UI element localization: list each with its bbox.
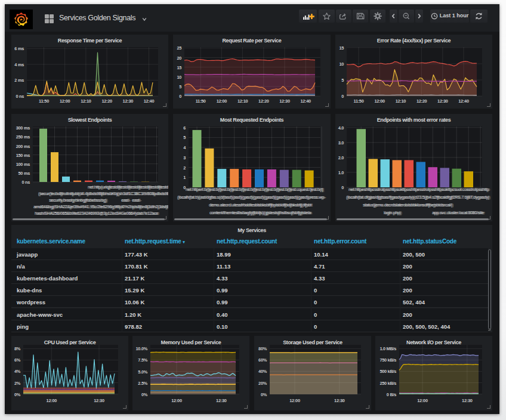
svg-text:12:30: 12:30: [437, 98, 448, 104]
svg-text:6: 6: [183, 125, 186, 131]
svg-text:10: 10: [177, 75, 181, 80]
svg-text:12:30: 12:30: [216, 398, 227, 403]
svg-text:60%: 60%: [258, 357, 267, 363]
svg-text:4: 4: [183, 145, 186, 150]
svg-text:12:20: 12:20: [258, 98, 269, 104]
svg-text:12:20: 12:20: [101, 98, 112, 104]
svg-text:300 ms: 300 ms: [16, 125, 30, 131]
svg-text:5: 5: [179, 84, 181, 89]
svg-text:5: 5: [183, 135, 186, 140]
svg-text:12:20: 12:20: [416, 98, 427, 104]
svg-text:15: 15: [339, 45, 344, 51]
svg-text:12:10: 12:10: [81, 98, 91, 104]
svg-text:150 ms: 150 ms: [16, 153, 30, 158]
svg-text:20%: 20%: [258, 381, 267, 386]
svg-text:12:00: 12:00: [289, 398, 300, 403]
svg-text:12:00: 12:00: [417, 398, 428, 403]
svg-text:0: 0: [179, 94, 181, 99]
svg-text:4%: 4%: [14, 369, 21, 374]
svg-text:250 ms: 250 ms: [16, 134, 30, 140]
svg-text:10.0%: 10.0%: [136, 346, 148, 351]
svg-text:0%: 0%: [14, 392, 21, 397]
svg-text:20: 20: [177, 55, 181, 61]
svg-text:4.0: 4.0: [338, 125, 344, 131]
svg-text:50 ms: 50 ms: [18, 171, 30, 176]
svg-text:12:00: 12:00: [47, 398, 57, 403]
svg-text:1.0: 1.0: [338, 170, 344, 175]
svg-text:0 ns: 0 ns: [21, 180, 30, 185]
svg-text:2: 2: [183, 165, 186, 171]
svg-text:0 B/s: 0 B/s: [387, 392, 396, 397]
svg-text:40%: 40%: [258, 369, 267, 374]
svg-text:15: 15: [177, 65, 181, 70]
svg-text:100 ms: 100 ms: [16, 162, 30, 167]
svg-text:12:30: 12:30: [462, 398, 473, 403]
svg-text:7.5%: 7.5%: [138, 357, 147, 363]
svg-text:5: 5: [341, 78, 344, 83]
svg-text:6%: 6%: [14, 357, 21, 363]
svg-text:12:10: 12:10: [237, 98, 248, 104]
svg-text:1: 1: [183, 175, 186, 180]
svg-text:12:00: 12:00: [217, 98, 227, 104]
svg-text:12:30: 12:30: [123, 98, 134, 104]
svg-text:2 ms: 2 ms: [14, 78, 24, 83]
svg-text:200 ms: 200 ms: [16, 144, 30, 149]
svg-text:11:50: 11:50: [354, 98, 364, 104]
svg-text:2.5%: 2.5%: [138, 381, 147, 386]
svg-text:250 kB/s: 250 kB/s: [380, 381, 396, 386]
svg-text:11:50: 11:50: [196, 98, 206, 104]
svg-text:12:40: 12:40: [300, 98, 311, 104]
svg-text:12:10: 12:10: [396, 98, 406, 104]
svg-text:12:40: 12:40: [458, 98, 469, 104]
svg-text:2%: 2%: [14, 381, 21, 386]
svg-text:10: 10: [339, 61, 344, 67]
svg-text:11:50: 11:50: [39, 98, 49, 104]
svg-text:12:00: 12:00: [60, 98, 70, 104]
svg-text:12:00: 12:00: [171, 398, 182, 403]
svg-text:8%: 8%: [14, 346, 21, 351]
svg-text:3.0: 3.0: [338, 140, 344, 146]
svg-text:6 ms: 6 ms: [14, 46, 24, 51]
svg-text:2.0: 2.0: [338, 155, 344, 160]
svg-text:3: 3: [183, 155, 186, 160]
svg-text:5.0%: 5.0%: [138, 369, 147, 375]
svg-text:25: 25: [177, 45, 181, 51]
svg-text:1.0 MB/s: 1.0 MB/s: [380, 346, 396, 351]
svg-text:12:40: 12:40: [144, 98, 155, 104]
svg-text:500 kB/s: 500 kB/s: [380, 369, 396, 374]
svg-text:4 ms: 4 ms: [14, 62, 24, 67]
svg-text:0%: 0%: [261, 392, 267, 397]
svg-text:0 ns: 0 ns: [16, 94, 24, 99]
svg-text:12:00: 12:00: [374, 98, 385, 104]
svg-text:750 kB/s: 750 kB/s: [380, 357, 396, 363]
svg-text:12:30: 12:30: [334, 398, 345, 403]
svg-text:0: 0: [341, 94, 344, 99]
svg-text:12:30: 12:30: [94, 398, 104, 403]
svg-text:0%: 0%: [141, 392, 148, 397]
svg-text:80%: 80%: [258, 346, 267, 351]
svg-text:12:30: 12:30: [279, 98, 290, 104]
